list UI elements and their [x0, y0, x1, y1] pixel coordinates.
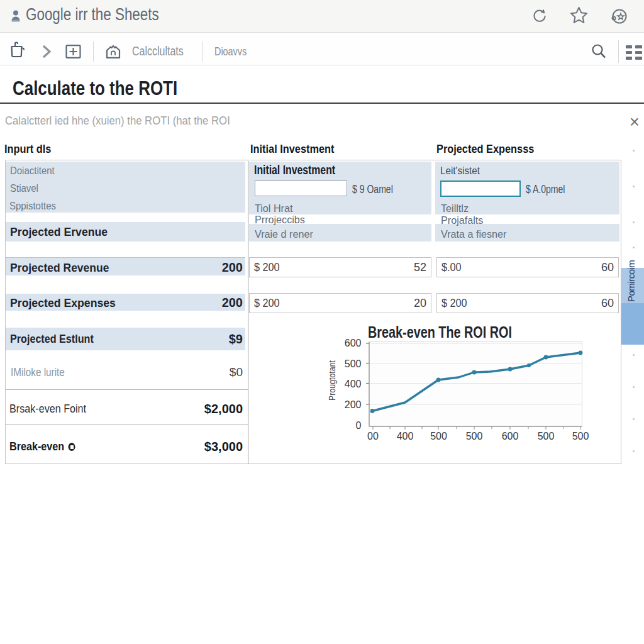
- svg-text:200: 200: [345, 399, 362, 410]
- svg-text:00: 00: [367, 431, 379, 441]
- svg-text:400: 400: [345, 379, 362, 389]
- svg-text:500: 500: [430, 431, 447, 441]
- svg-text:600: 600: [502, 431, 519, 441]
- svg-text:600: 600: [345, 338, 362, 348]
- svg-text:Prougtotant: Prougtotant: [326, 360, 337, 401]
- svg-text:0: 0: [356, 420, 362, 431]
- svg-text:500: 500: [572, 431, 589, 441]
- svg-text:500: 500: [345, 358, 362, 369]
- svg-text:Break-even The ROI ROI: Break-even The ROI ROI: [368, 323, 512, 341]
- svg-text:500: 500: [538, 431, 555, 441]
- svg-text:400: 400: [397, 431, 414, 441]
- svg-text:500: 500: [466, 431, 483, 441]
